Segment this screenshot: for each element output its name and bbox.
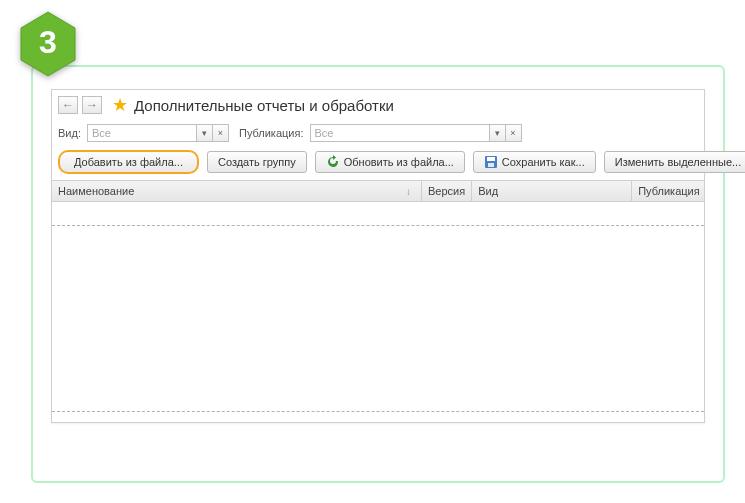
- add-from-file-button[interactable]: Добавить из файла...: [58, 150, 199, 174]
- col-kind-label: Вид: [478, 185, 498, 197]
- filter-kind-field: ▾ ×: [87, 124, 229, 142]
- save-as-label: Сохранить как...: [502, 156, 585, 168]
- grid-header: Наименование ↓ Версия Вид Публикация: [52, 180, 704, 202]
- save-icon: [484, 155, 498, 169]
- edit-selected-label: Изменить выделенные...: [615, 156, 741, 168]
- col-version-label: Версия: [428, 185, 465, 197]
- col-name-label: Наименование: [58, 185, 134, 197]
- filter-kind-input[interactable]: [87, 124, 197, 142]
- star-icon[interactable]: ★: [112, 94, 128, 116]
- col-version[interactable]: Версия: [422, 181, 472, 201]
- titlebar: ← → ★ Дополнительные отчеты и обработки: [52, 90, 704, 120]
- arrow-right-icon: →: [86, 98, 98, 112]
- toolbar: Добавить из файла... Создать группу Обно…: [52, 146, 704, 178]
- grid-empty-row: [52, 202, 704, 226]
- app-window: ← → ★ Дополнительные отчеты и обработки …: [51, 89, 705, 423]
- tutorial-frame: ← → ★ Дополнительные отчеты и обработки …: [31, 65, 725, 483]
- col-publication[interactable]: Публикация: [632, 181, 705, 201]
- sort-indicator-icon: ↓: [406, 186, 411, 197]
- refresh-icon: [326, 155, 340, 169]
- back-button[interactable]: ←: [58, 96, 78, 114]
- add-from-file-label: Добавить из файла...: [74, 156, 183, 168]
- update-from-file-label: Обновить из файла...: [344, 156, 454, 168]
- forward-button[interactable]: →: [82, 96, 102, 114]
- page-title: Дополнительные отчеты и обработки: [134, 97, 394, 114]
- filter-kind-clear[interactable]: ×: [213, 124, 229, 142]
- filter-row: Вид: ▾ × Публикация: ▾ ×: [52, 120, 704, 146]
- clear-icon: ×: [218, 128, 223, 138]
- grid-body[interactable]: [52, 202, 704, 412]
- arrow-left-icon: ←: [62, 98, 74, 112]
- save-as-button[interactable]: Сохранить как...: [473, 151, 596, 173]
- step-number: 3: [39, 24, 57, 61]
- filter-pub-field: ▾ ×: [310, 124, 522, 142]
- filter-kind-label: Вид:: [58, 127, 81, 139]
- filter-pub-label: Публикация:: [239, 127, 304, 139]
- update-from-file-button[interactable]: Обновить из файла...: [315, 151, 465, 173]
- col-kind[interactable]: Вид: [472, 181, 632, 201]
- create-group-button[interactable]: Создать группу: [207, 151, 307, 173]
- create-group-label: Создать группу: [218, 156, 296, 168]
- filter-pub-dropdown[interactable]: ▾: [490, 124, 506, 142]
- chevron-down-icon: ▾: [202, 128, 207, 138]
- chevron-down-icon: ▾: [495, 128, 500, 138]
- edit-selected-button[interactable]: Изменить выделенные...: [604, 151, 745, 173]
- filter-pub-input[interactable]: [310, 124, 490, 142]
- col-name[interactable]: Наименование ↓: [52, 181, 422, 201]
- filter-pub-clear[interactable]: ×: [506, 124, 522, 142]
- svg-rect-3: [488, 163, 494, 167]
- clear-icon: ×: [510, 128, 515, 138]
- col-publication-label: Публикация: [638, 185, 699, 197]
- step-badge: 3: [18, 10, 78, 78]
- filter-kind-dropdown[interactable]: ▾: [197, 124, 213, 142]
- svg-rect-2: [487, 157, 495, 161]
